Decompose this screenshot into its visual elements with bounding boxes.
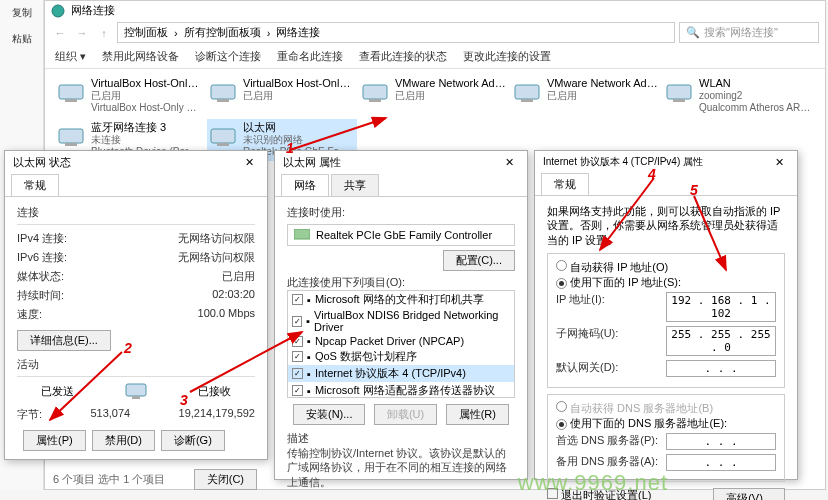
dns1-input[interactable]: . . . [666, 433, 776, 450]
svg-rect-15 [126, 384, 146, 396]
protocol-item[interactable]: ✓▪QoS 数据包计划程序 [288, 348, 514, 365]
close-icon[interactable]: ✕ [245, 156, 259, 169]
svg-rect-17 [294, 229, 310, 239]
auto-ip-label: 自动获得 IP 地址(O) [570, 261, 668, 273]
connection-name: VMware Network Adapter VMnet8 [547, 77, 659, 90]
sent-label: 已发送 [41, 384, 74, 399]
install-button[interactable]: 安装(N)... [293, 404, 365, 425]
toolbar-settings[interactable]: 更改此连接的设置 [463, 49, 551, 64]
connection-item[interactable]: VirtualBox Host-Only Network #2已启用 [207, 75, 357, 117]
validate-checkbox[interactable] [547, 488, 558, 499]
breadcrumb[interactable]: 控制面板 › 所有控制面板项 › 网络连接 [117, 22, 675, 43]
ribbon-copy[interactable]: 复制 [0, 0, 43, 26]
protocol-item[interactable]: ✓▪Microsoft 网络的文件和打印机共享 [288, 291, 514, 308]
protocol-checkbox[interactable]: ✓ [292, 336, 303, 347]
manual-ip-radio[interactable] [556, 278, 567, 289]
toolbar-rename[interactable]: 重命名此连接 [277, 49, 343, 64]
subnet-input[interactable]: 255 . 255 . 255 . 0 [666, 326, 776, 356]
protocol-item[interactable]: ✓▪VirtualBox NDIS6 Bridged Networking Dr… [288, 308, 514, 334]
dns2-input[interactable]: . . . [666, 454, 776, 471]
connection-name: VirtualBox Host-Only Network [91, 77, 203, 90]
manual-ip-label: 使用下面的 IP 地址(S): [570, 276, 681, 288]
ipv6-label: IPv6 连接: [17, 250, 67, 265]
manual-dns-radio[interactable] [556, 419, 567, 430]
breadcrumb-item[interactable]: 控制面板 [124, 25, 168, 40]
connection-item[interactable]: VMware Network Adapter VMnet8已启用 [511, 75, 661, 117]
dialog-title: 以太网 属性 [283, 155, 341, 170]
connect-using-label: 连接时使用: [287, 205, 515, 220]
toolbar-organize[interactable]: 组织 ▾ [55, 49, 86, 64]
properties-button[interactable]: 属性(P) [23, 430, 86, 451]
speed-label: 速度: [17, 307, 42, 322]
tab-network[interactable]: 网络 [281, 174, 329, 196]
ethernet-status-dialog: 以太网 状态✕ 常规 连接 IPv4 连接:无网络访问权限 IPv6 连接:无网… [4, 150, 268, 460]
globe-icon [51, 4, 65, 18]
svg-rect-4 [217, 99, 229, 102]
protocol-checkbox[interactable]: ✓ [292, 294, 303, 305]
connection-item[interactable]: WLANzooming2Qualcomm Atheros AR9485W... [663, 75, 813, 117]
dns2-label: 备用 DNS 服务器(A): [556, 454, 658, 471]
protocol-icon: ▪ [307, 351, 311, 363]
protocol-list[interactable]: ✓▪Microsoft 网络的文件和打印机共享✓▪VirtualBox NDIS… [287, 290, 515, 398]
connection-name: VMware Network Adapter VMnet1 [395, 77, 507, 90]
connection-name: 蓝牙网络连接 3 [91, 121, 203, 134]
search-input[interactable]: 🔍 搜索"网络连接" [679, 22, 819, 43]
toolbar-viewstatus[interactable]: 查看此连接的状态 [359, 49, 447, 64]
protocol-checkbox[interactable]: ✓ [292, 316, 302, 327]
svg-rect-13 [211, 129, 235, 143]
disable-button[interactable]: 禁用(D) [92, 430, 155, 451]
protocol-checkbox[interactable]: ✓ [292, 351, 303, 362]
tab-general[interactable]: 常规 [541, 173, 589, 195]
activity-icon [123, 381, 149, 401]
connection-device: 已启用 [395, 90, 507, 102]
auto-dns-label: 自动获得 DNS 服务器地址(B) [570, 402, 713, 414]
close-button[interactable]: 关闭(C) [194, 469, 257, 490]
dns1-label: 首选 DNS 服务器(P): [556, 433, 658, 450]
breadcrumb-item[interactable]: 网络连接 [276, 25, 320, 40]
network-adapter-icon [57, 121, 85, 153]
connection-device: 已启用 [547, 90, 659, 102]
duration-label: 持续时间: [17, 288, 64, 303]
toolbar-diagnose[interactable]: 诊断这个连接 [195, 49, 261, 64]
connection-item[interactable]: VMware Network Adapter VMnet1已启用 [359, 75, 509, 117]
nav-back-icon[interactable]: ← [51, 24, 69, 42]
protocol-checkbox[interactable]: ✓ [292, 385, 303, 396]
protocol-label: Microsoft 网络的文件和打印机共享 [315, 292, 484, 307]
tab-general[interactable]: 常规 [11, 174, 59, 196]
nav-fwd-icon[interactable]: → [73, 24, 91, 42]
section-connection: 连接 [17, 205, 255, 220]
close-icon[interactable]: ✕ [775, 156, 789, 169]
configure-button[interactable]: 配置(C)... [443, 250, 515, 271]
breadcrumb-item[interactable]: 所有控制面板项 [184, 25, 261, 40]
auto-dns-radio[interactable] [556, 401, 567, 412]
network-adapter-icon [209, 77, 237, 109]
connection-status: 已启用 [91, 90, 203, 102]
ipv4-label: IPv4 连接: [17, 231, 67, 246]
gateway-input[interactable]: . . . [666, 360, 776, 377]
item-properties-button[interactable]: 属性(R) [446, 404, 509, 425]
connection-status: zooming2 [699, 90, 811, 102]
ip-address-input[interactable]: 192 . 168 . 1 . 102 [666, 292, 776, 322]
protocol-checkbox[interactable]: ✓ [292, 368, 303, 379]
protocol-label: QoS 数据包计划程序 [315, 349, 417, 364]
gateway-label: 默认网关(D): [556, 360, 618, 377]
svg-rect-3 [211, 85, 235, 99]
tab-sharing[interactable]: 共享 [331, 174, 379, 196]
network-adapter-icon [361, 77, 389, 109]
protocol-item[interactable]: ✓▪Npcap Packet Driver (NPCAP) [288, 334, 514, 348]
details-button[interactable]: 详细信息(E)... [17, 330, 111, 351]
nav-up-icon[interactable]: ↑ [95, 24, 113, 42]
uninstall-button[interactable]: 卸载(U) [374, 404, 437, 425]
section-activity: 活动 [17, 357, 255, 372]
intro-text: 如果网络支持此功能，则可以获取自动指派的 IP 设置。否则，你需要从网络系统管理… [547, 204, 785, 247]
toolbar-disable[interactable]: 禁用此网络设备 [102, 49, 179, 64]
protocol-item[interactable]: ✓▪Microsoft 网络适配器多路传送器协议 [288, 382, 514, 398]
advanced-button[interactable]: 高级(V)... [713, 488, 785, 500]
protocol-item[interactable]: ✓▪Internet 协议版本 4 (TCP/IPv4) [288, 365, 514, 382]
close-icon[interactable]: ✕ [505, 156, 519, 169]
connection-item[interactable]: VirtualBox Host-Only Network已启用VirtualBo… [55, 75, 205, 117]
ipv4-properties-dialog: Internet 协议版本 4 (TCP/IPv4) 属性✕ 常规 如果网络支持… [534, 150, 798, 480]
ribbon-paste[interactable]: 粘贴 [0, 26, 43, 52]
diagnose-button[interactable]: 诊断(G) [161, 430, 225, 451]
auto-ip-radio[interactable] [556, 260, 567, 271]
